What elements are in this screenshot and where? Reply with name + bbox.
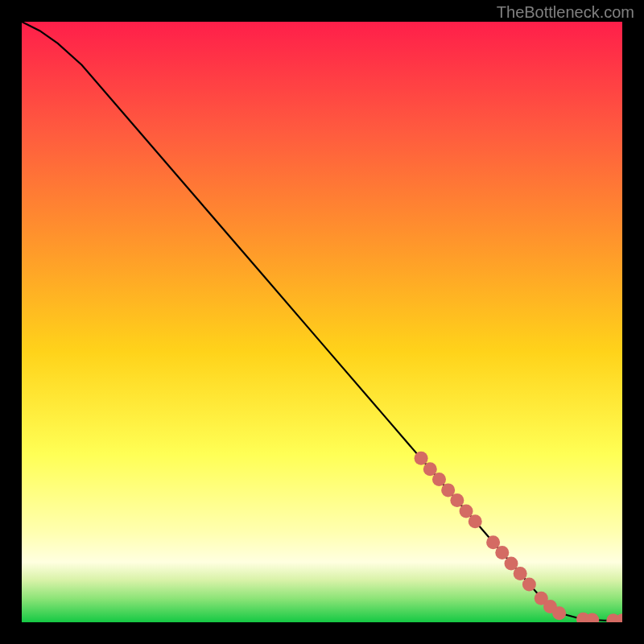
scatter-dot — [495, 546, 509, 559]
scatter-dot — [415, 452, 428, 465]
heat-gradient — [22, 22, 622, 622]
scatter-dot — [522, 578, 536, 592]
scatter-dot — [552, 606, 566, 620]
scatter-dot — [514, 567, 527, 580]
chart-svg — [22, 22, 622, 622]
scatter-dot — [450, 493, 464, 507]
scatter-dot — [504, 556, 518, 570]
scatter-dot — [460, 504, 473, 518]
plot-area — [22, 22, 622, 622]
scatter-dot — [423, 462, 437, 476]
scatter-dot — [469, 514, 482, 528]
attribution-text: TheBottleneck.com — [497, 3, 634, 22]
scatter-dot — [486, 535, 500, 549]
scatter-dot — [441, 483, 455, 497]
chart-root: TheBottleneck.com — [0, 0, 644, 644]
scatter-dot — [432, 473, 446, 486]
